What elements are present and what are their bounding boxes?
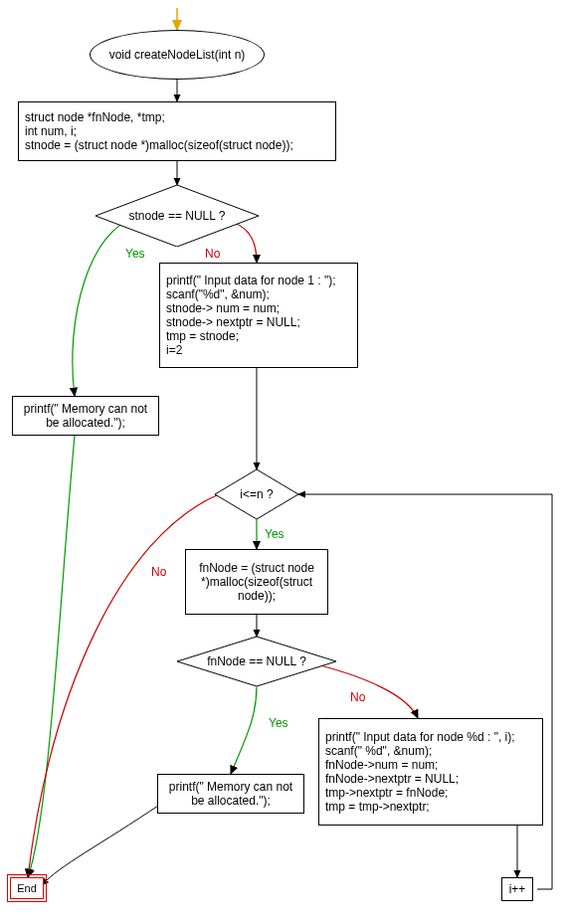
- loop-cond-decision: i<=n ?: [215, 469, 298, 519]
- declare-node: struct node *fnNode, *tmp; int num, i; s…: [18, 101, 336, 161]
- flowchart-canvas: void createNodeList(int n) struct node *…: [0, 0, 567, 924]
- alloc-fn-node: fnNode = (struct node *)malloc(sizeof(st…: [185, 549, 328, 615]
- edge-label-yes: Yes: [265, 527, 284, 541]
- decision-label: i<=n ?: [215, 469, 298, 519]
- decision-label: stnode == NULL ?: [95, 185, 259, 247]
- fn-null-decision: fnNode == NULL ?: [177, 637, 336, 686]
- mem-fail-1-node: printf(" Memory can not be allocated.");: [12, 396, 159, 436]
- start-node: void createNodeList(int n): [90, 30, 265, 80]
- end-node: End: [10, 877, 44, 899]
- mem-fail-2-node: printf(" Memory can not be allocated.");: [157, 774, 304, 814]
- fill-fn-node: printf(" Input data for node %d : ", i);…: [318, 718, 543, 826]
- edge-label-yes: Yes: [125, 247, 145, 261]
- stnode-null-decision: stnode == NULL ?: [95, 185, 259, 247]
- edge-label-no: No: [350, 690, 365, 704]
- incr-node: i++: [501, 877, 533, 901]
- decision-label: fnNode == NULL ?: [177, 637, 336, 686]
- init-first-node: printf(" Input data for node 1 : "); sca…: [159, 263, 358, 368]
- edge-label-yes: Yes: [269, 716, 288, 730]
- edge-label-no: No: [205, 247, 220, 261]
- edge-label-no: No: [151, 565, 166, 579]
